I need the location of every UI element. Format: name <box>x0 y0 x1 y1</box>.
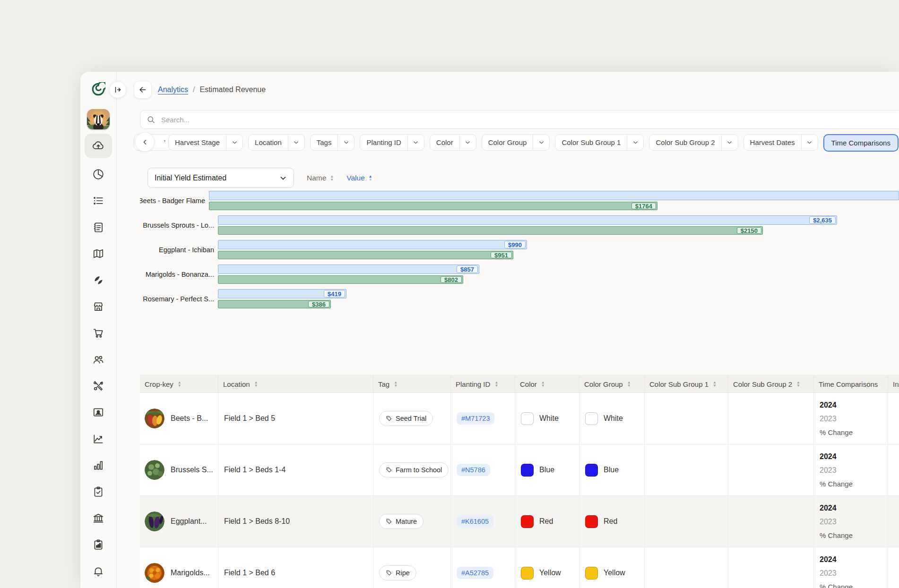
chevron-down-icon[interactable] <box>627 139 643 145</box>
chevron-down-icon[interactable] <box>722 139 738 145</box>
filter-chip-color-sub-group-2[interactable]: Color Sub Group 2 <box>649 134 738 151</box>
column-header-location[interactable]: Location <box>218 375 373 392</box>
filter-chip-color-sub-group-1[interactable]: Color Sub Group 1 <box>555 134 644 151</box>
crop-photo <box>145 563 164 583</box>
table-row[interactable]: Marigolds... Field 1 > Bed 6 Ripe #A5278… <box>140 547 899 588</box>
column-header-crop-key[interactable]: Crop-key <box>140 375 218 392</box>
column-header-color-group[interactable]: Color Group <box>579 375 645 392</box>
search-input[interactable] <box>160 115 899 124</box>
filter-chip-color-group[interactable]: Color Group <box>482 134 550 151</box>
filters-scroll-left-button[interactable] <box>135 132 155 152</box>
color-swatch <box>521 412 534 425</box>
planting-id-chip[interactable]: #A52785 <box>457 567 493 579</box>
bar-green[interactable]: $951 <box>218 251 513 259</box>
sort-icon <box>627 381 631 387</box>
filter-chip-tags[interactable]: Tags <box>310 134 355 151</box>
bar-blue[interactable]: $419 <box>218 289 346 298</box>
table-row[interactable]: Beets - B... Field 1 > Bed 5 Seed Trial … <box>140 393 899 444</box>
time-comparisons-cell: 2024 2023 % Change <box>814 393 888 444</box>
chevron-left-icon <box>141 138 149 146</box>
app-logo-icon[interactable] <box>90 82 106 97</box>
sidebar-item-analytics-report[interactable] <box>89 535 108 554</box>
sidebar-item-equipment[interactable] <box>89 376 108 395</box>
column-header-color[interactable]: Color <box>515 375 579 392</box>
planting-id-chip[interactable]: #N5786 <box>457 464 490 476</box>
crop-cell: Beets - B... <box>140 393 218 444</box>
column-header-time-comparisons[interactable]: Time Comparisons <box>814 375 888 392</box>
column-header-tag[interactable]: Tag <box>373 375 451 392</box>
sidebar-item-notifications[interactable] <box>89 562 108 580</box>
sort-by-value-button[interactable]: Value <box>346 174 372 182</box>
bar-green[interactable]: $802 <box>218 275 463 284</box>
sidebar-item-list[interactable] <box>89 191 108 210</box>
tag-pill[interactable]: Seed Trial <box>379 411 433 426</box>
sidebar-item-map[interactable] <box>89 244 108 263</box>
bar-blue[interactable] <box>209 191 899 200</box>
sidebar-item-upload[interactable] <box>85 134 112 158</box>
tag-pill[interactable]: Ripe <box>379 565 416 580</box>
bar-blue[interactable]: $857 <box>218 264 479 274</box>
planting-id-chip[interactable]: #K61605 <box>457 515 493 528</box>
sidebar-item-market[interactable] <box>89 297 108 316</box>
color-sub-group-1-cell <box>645 547 728 588</box>
sidebar-expand-button[interactable] <box>109 81 126 98</box>
sidebar-item-people[interactable] <box>89 350 108 369</box>
column-header-color-sub-group-2[interactable]: Color Sub Group 2 <box>728 375 814 392</box>
sidebar-item-analytics-pie[interactable] <box>89 165 108 184</box>
chevron-down-icon[interactable] <box>338 139 354 145</box>
bar-green[interactable]: $1764 <box>209 202 657 210</box>
bar-blue[interactable]: $2,635 <box>218 215 837 225</box>
crop-name: Brussels S... <box>171 466 213 474</box>
sidebar <box>80 72 117 588</box>
bar-value: $2,635 <box>809 216 836 224</box>
sidebar-item-orders[interactable] <box>89 324 108 342</box>
tag-pill[interactable]: Mature <box>379 514 424 529</box>
sidebar-item-contacts[interactable] <box>89 403 108 422</box>
chevron-down-icon[interactable] <box>288 139 304 145</box>
sidebar-item-tasks[interactable] <box>89 482 108 501</box>
sidebar-item-reports-bar[interactable] <box>89 456 108 475</box>
bar-blue[interactable]: $990 <box>218 240 527 249</box>
crop-name: Marigolds... <box>171 569 210 577</box>
time-comparisons-cell: 2024 2023 % Change <box>814 444 888 495</box>
bar-green[interactable]: $386 <box>218 300 331 308</box>
filter-chip-harvest-stage[interactable]: Harvest Stage <box>168 134 243 151</box>
chevron-down-icon[interactable] <box>533 139 549 145</box>
filter-chip-location[interactable]: Location <box>248 134 305 151</box>
table-row[interactable]: Eggplant... Field 1 > Beds 8-10 Mature #… <box>140 496 899 547</box>
filter-chip-harvest-dates[interactable]: Harvest Dates <box>743 134 818 151</box>
sidebar-item-accounting[interactable] <box>89 509 108 528</box>
sidebar-nav <box>89 165 108 588</box>
filter-chip-color[interactable]: Color <box>430 134 476 151</box>
chevron-down-icon[interactable] <box>226 139 242 145</box>
chevron-down-icon[interactable] <box>460 139 476 145</box>
planting-id-chip[interactable]: #M71723 <box>457 412 494 425</box>
color-sub-group-2-cell <box>728 496 814 547</box>
bar-green[interactable]: $2150 <box>218 226 763 235</box>
filter-chip-planting-id[interactable]: Planting ID <box>360 134 424 151</box>
initial-yield-cell <box>888 393 899 444</box>
planting-id-cell: #A52785 <box>451 547 515 588</box>
chevron-down-icon <box>279 174 287 182</box>
sort-icon <box>713 381 717 387</box>
column-header-color-sub-group-1[interactable]: Color Sub Group 1 <box>645 375 728 392</box>
table-row[interactable]: Brussels S... Field 1 > Beds 1-4 Farm to… <box>140 444 899 496</box>
column-header-planting-id[interactable]: Planting ID <box>451 375 515 392</box>
breadcrumb-link-analytics[interactable]: Analytics <box>158 85 188 94</box>
sidebar-item-trends[interactable] <box>89 429 108 448</box>
tag-pill[interactable]: Farm to School <box>379 462 449 477</box>
column-header-initial-yield-estimated[interactable]: Initial Yield Estimated <box>888 375 899 392</box>
farm-avatar[interactable] <box>87 109 110 129</box>
planting-id-cell: #M71723 <box>451 393 515 444</box>
sidebar-item-journal[interactable] <box>89 218 108 237</box>
sidebar-item-crops[interactable] <box>89 271 108 290</box>
metric-select[interactable]: Initial Yield Estimated <box>147 168 294 188</box>
filter-chip-time-comparisons[interactable]: Time Comparisons <box>823 134 899 152</box>
back-button[interactable] <box>134 81 152 99</box>
sort-by-name-button[interactable]: Name <box>307 174 334 182</box>
line-chart-icon <box>92 433 104 445</box>
chevron-down-icon[interactable] <box>408 139 424 145</box>
search-bar[interactable] <box>140 110 899 129</box>
chart-row: Beets - Badger Flame $1764 <box>140 191 899 215</box>
chevron-down-icon[interactable] <box>802 139 818 145</box>
